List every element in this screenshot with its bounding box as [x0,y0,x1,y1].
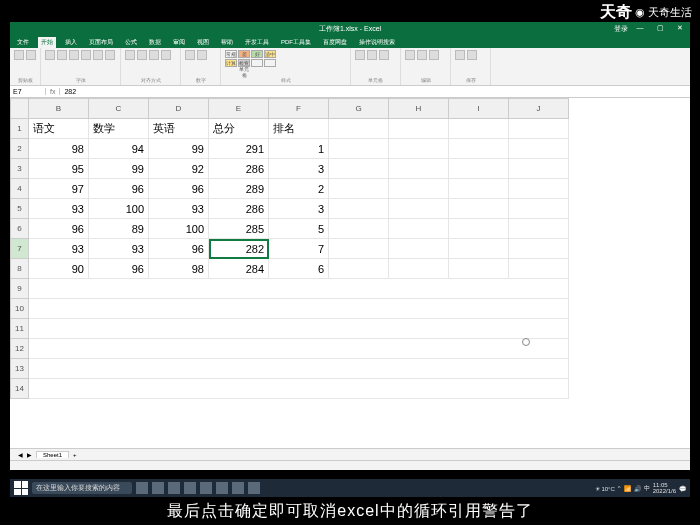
col-header-F[interactable]: F [269,99,329,119]
add-sheet-button[interactable]: + [73,452,77,458]
minimize-button[interactable]: — [632,24,648,34]
cell[interactable]: 90 [29,259,89,279]
tab-insert[interactable]: 插入 [62,37,80,48]
sort-icon[interactable] [417,50,427,60]
close-button[interactable]: ✕ [672,24,688,34]
cell[interactable] [449,159,509,179]
tab-tellme[interactable]: 操作说明搜索 [356,37,398,48]
formula-input[interactable]: 282 [60,88,690,95]
cell[interactable] [29,339,569,359]
tray-clock[interactable]: 11:052022/1/6 [653,482,676,494]
cell[interactable]: 100 [149,219,209,239]
row-header[interactable]: 10 [11,299,29,319]
cell[interactable] [29,359,569,379]
style-calc[interactable]: 计算 [225,59,237,67]
row-header[interactable]: 3 [11,159,29,179]
cell[interactable] [29,279,569,299]
cell[interactable]: 排名 [269,119,329,139]
maximize-button[interactable]: ▢ [652,24,668,34]
cell[interactable]: 96 [149,179,209,199]
cell[interactable] [29,379,569,399]
cell[interactable] [449,199,509,219]
cell[interactable]: 96 [29,219,89,239]
fill-color-icon[interactable] [105,50,115,60]
cell[interactable]: 94 [89,139,149,159]
insert-cell-icon[interactable] [355,50,365,60]
tab-data[interactable]: 数据 [146,37,164,48]
row-header[interactable]: 1 [11,119,29,139]
cell[interactable]: 291 [209,139,269,159]
cell[interactable] [509,179,569,199]
taskbar-app-icon[interactable] [200,482,212,494]
format-cell-icon[interactable] [379,50,389,60]
cell[interactable]: 96 [149,239,209,259]
taskbar-search[interactable]: 在这里输入你要搜索的内容 [32,482,132,494]
col-header-I[interactable]: I [449,99,509,119]
cell[interactable]: 英语 [149,119,209,139]
cell[interactable]: 96 [89,179,149,199]
style-bad[interactable]: 差 [238,50,250,58]
col-header-H[interactable]: H [389,99,449,119]
cell[interactable] [389,119,449,139]
cell[interactable]: 98 [149,259,209,279]
tab-home[interactable]: 开始 [38,37,56,48]
cell[interactable]: 5 [269,219,329,239]
row-header[interactable]: 6 [11,219,29,239]
cell[interactable]: 89 [89,219,149,239]
tab-formulas[interactable]: 公式 [122,37,140,48]
style-check[interactable]: 检查单元格 [238,59,250,67]
cell[interactable] [329,219,389,239]
find-icon[interactable] [429,50,439,60]
cell[interactable]: 286 [209,199,269,219]
cell[interactable]: 289 [209,179,269,199]
tab-pagelayout[interactable]: 页面布局 [86,37,116,48]
row-header[interactable]: 7 [11,239,29,259]
cell[interactable]: 96 [89,259,149,279]
cell[interactable]: 7 [269,239,329,259]
tray-volume-icon[interactable]: 🔊 [634,485,641,492]
task-view-icon[interactable] [136,482,148,494]
cell[interactable] [389,239,449,259]
cell[interactable]: 285 [209,219,269,239]
autosum-icon[interactable] [405,50,415,60]
border-icon[interactable] [93,50,103,60]
row-header[interactable]: 5 [11,199,29,219]
row-header[interactable]: 12 [11,339,29,359]
tab-review[interactable]: 审阅 [170,37,188,48]
style-neutral[interactable]: 适中 [264,50,276,58]
cut-icon[interactable] [26,50,36,60]
spreadsheet-grid[interactable]: B C D E F G H I J 1 语文 数学 英语 总分 排名 2 989… [10,98,690,448]
cell[interactable] [329,139,389,159]
cell[interactable] [389,179,449,199]
cell[interactable] [29,299,569,319]
cell[interactable]: 99 [89,159,149,179]
cell[interactable]: 2 [269,179,329,199]
cell[interactable]: 1 [269,139,329,159]
tab-file[interactable]: 文件 [14,37,32,48]
wrap-icon[interactable] [161,50,171,60]
cell[interactable]: 93 [29,199,89,219]
fx-label[interactable]: fx [46,88,60,95]
taskbar-app-icon[interactable] [152,482,164,494]
tab-pdf[interactable]: PDF工具集 [278,37,314,48]
sheet-tab-1[interactable]: Sheet1 [36,451,69,458]
taskbar-app-icon[interactable] [216,482,228,494]
cell[interactable] [449,259,509,279]
col-header-G[interactable]: G [329,99,389,119]
style-normal[interactable]: 常规 [225,50,237,58]
start-button[interactable] [14,481,28,495]
cell[interactable] [449,119,509,139]
cell[interactable]: 99 [149,139,209,159]
currency-icon[interactable] [185,50,195,60]
cell[interactable]: 286 [209,159,269,179]
col-header-C[interactable]: C [89,99,149,119]
cell[interactable]: 总分 [209,119,269,139]
col-header-J[interactable]: J [509,99,569,119]
cell[interactable] [509,259,569,279]
taskbar-app-icon[interactable] [248,482,260,494]
name-box[interactable]: E7 [10,88,46,95]
delete-cell-icon[interactable] [367,50,377,60]
cell[interactable] [29,319,569,339]
col-header-B[interactable]: B [29,99,89,119]
row-header[interactable]: 4 [11,179,29,199]
